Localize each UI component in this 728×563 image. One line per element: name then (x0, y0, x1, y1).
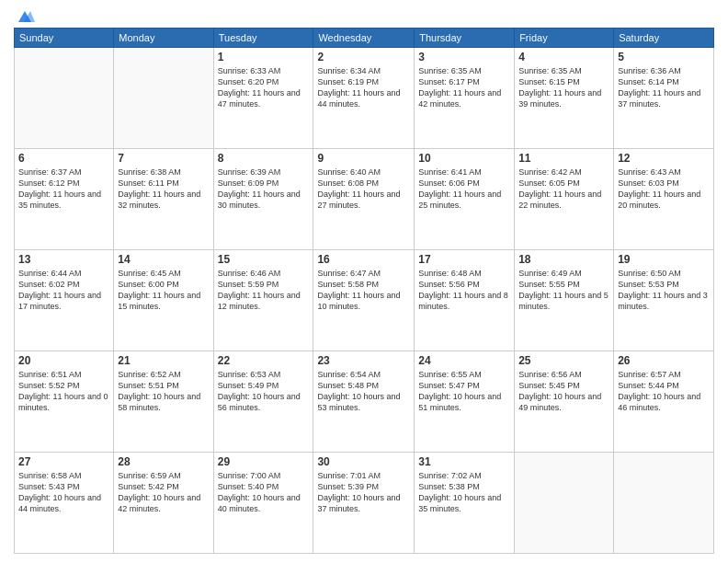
day-number: 22 (218, 354, 310, 367)
calendar-cell: 5Sunrise: 6:36 AM Sunset: 6:14 PM Daylig… (614, 48, 714, 149)
day-info: Sunrise: 6:43 AM Sunset: 6:03 PM Dayligh… (618, 167, 710, 212)
day-number: 8 (218, 152, 310, 165)
day-number: 29 (218, 455, 310, 468)
calendar-cell: 30Sunrise: 7:01 AM Sunset: 5:39 PM Dayli… (313, 453, 415, 554)
day-number: 4 (518, 51, 609, 63)
day-info: Sunrise: 6:40 AM Sunset: 6:08 PM Dayligh… (317, 167, 410, 212)
header-row: SundayMondayTuesdayWednesdayThursdayFrid… (15, 29, 714, 48)
calendar-cell: 11Sunrise: 6:42 AM Sunset: 6:05 PM Dayli… (515, 149, 614, 250)
calendar-cell: 18Sunrise: 6:49 AM Sunset: 5:55 PM Dayli… (515, 250, 614, 351)
day-info: Sunrise: 6:46 AM Sunset: 5:59 PM Dayligh… (218, 268, 310, 313)
calendar-cell: 21Sunrise: 6:52 AM Sunset: 5:51 PM Dayli… (114, 351, 213, 453)
day-number: 31 (418, 455, 510, 468)
logo (14, 9, 36, 22)
day-number: 28 (118, 455, 209, 468)
calendar-cell: 8Sunrise: 6:39 AM Sunset: 6:09 PM Daylig… (213, 149, 313, 250)
day-info: Sunrise: 6:42 AM Sunset: 6:05 PM Dayligh… (518, 167, 609, 212)
day-number: 5 (618, 51, 710, 63)
day-info: Sunrise: 6:48 AM Sunset: 5:56 PM Dayligh… (418, 268, 510, 313)
calendar-cell (114, 48, 213, 149)
day-number: 6 (18, 152, 109, 165)
day-info: Sunrise: 6:34 AM Sunset: 6:19 PM Dayligh… (317, 65, 410, 110)
calendar-cell: 22Sunrise: 6:53 AM Sunset: 5:49 PM Dayli… (213, 351, 313, 453)
day-info: Sunrise: 7:02 AM Sunset: 5:38 PM Dayligh… (418, 470, 510, 515)
day-number: 23 (317, 354, 410, 367)
calendar-cell: 15Sunrise: 6:46 AM Sunset: 5:59 PM Dayli… (213, 250, 313, 351)
day-info: Sunrise: 6:35 AM Sunset: 6:15 PM Dayligh… (518, 65, 609, 110)
day-number: 1 (218, 51, 310, 63)
calendar-cell: 19Sunrise: 6:50 AM Sunset: 5:53 PM Dayli… (614, 250, 714, 351)
calendar-cell: 31Sunrise: 7:02 AM Sunset: 5:38 PM Dayli… (415, 453, 515, 554)
day-header-thursday: Thursday (415, 29, 515, 48)
day-number: 10 (418, 152, 510, 165)
calendar-cell: 28Sunrise: 6:59 AM Sunset: 5:42 PM Dayli… (114, 453, 213, 554)
day-info: Sunrise: 6:52 AM Sunset: 5:51 PM Dayligh… (118, 369, 209, 414)
calendar-cell: 20Sunrise: 6:51 AM Sunset: 5:52 PM Dayli… (15, 351, 114, 453)
day-header-tuesday: Tuesday (213, 29, 313, 48)
calendar-table: SundayMondayTuesdayWednesdayThursdayFrid… (14, 28, 714, 554)
day-number: 18 (518, 253, 609, 266)
calendar-cell: 27Sunrise: 6:58 AM Sunset: 5:43 PM Dayli… (15, 453, 114, 554)
day-info: Sunrise: 6:54 AM Sunset: 5:48 PM Dayligh… (317, 369, 410, 414)
calendar-cell: 17Sunrise: 6:48 AM Sunset: 5:56 PM Dayli… (415, 250, 515, 351)
day-info: Sunrise: 7:00 AM Sunset: 5:40 PM Dayligh… (218, 470, 310, 515)
calendar-cell: 29Sunrise: 7:00 AM Sunset: 5:40 PM Dayli… (213, 453, 313, 554)
day-number: 24 (418, 354, 510, 367)
calendar-cell: 10Sunrise: 6:41 AM Sunset: 6:06 PM Dayli… (415, 149, 515, 250)
day-number: 7 (118, 152, 209, 165)
day-number: 15 (218, 253, 310, 266)
day-number: 13 (18, 253, 109, 266)
day-info: Sunrise: 6:47 AM Sunset: 5:58 PM Dayligh… (317, 268, 410, 313)
day-info: Sunrise: 6:41 AM Sunset: 6:06 PM Dayligh… (418, 167, 510, 212)
day-info: Sunrise: 6:45 AM Sunset: 6:00 PM Dayligh… (118, 268, 209, 313)
day-number: 9 (317, 152, 410, 165)
day-number: 14 (118, 253, 209, 266)
day-number: 17 (418, 253, 510, 266)
calendar-cell: 14Sunrise: 6:45 AM Sunset: 6:00 PM Dayli… (114, 250, 213, 351)
day-info: Sunrise: 7:01 AM Sunset: 5:39 PM Dayligh… (317, 470, 410, 515)
calendar-cell: 1Sunrise: 6:33 AM Sunset: 6:20 PM Daylig… (213, 48, 313, 149)
week-row-1: 6Sunrise: 6:37 AM Sunset: 6:12 PM Daylig… (15, 149, 714, 250)
day-info: Sunrise: 6:51 AM Sunset: 5:52 PM Dayligh… (18, 369, 109, 414)
day-number: 27 (18, 455, 109, 468)
day-info: Sunrise: 6:37 AM Sunset: 6:12 PM Dayligh… (18, 167, 109, 212)
calendar-cell: 25Sunrise: 6:56 AM Sunset: 5:45 PM Dayli… (515, 351, 614, 453)
calendar-cell: 7Sunrise: 6:38 AM Sunset: 6:11 PM Daylig… (114, 149, 213, 250)
day-number: 16 (317, 253, 410, 266)
calendar-cell: 16Sunrise: 6:47 AM Sunset: 5:58 PM Dayli… (313, 250, 415, 351)
week-row-4: 27Sunrise: 6:58 AM Sunset: 5:43 PM Dayli… (15, 453, 714, 554)
day-info: Sunrise: 6:53 AM Sunset: 5:49 PM Dayligh… (218, 369, 310, 414)
calendar-cell: 26Sunrise: 6:57 AM Sunset: 5:44 PM Dayli… (614, 351, 714, 453)
day-info: Sunrise: 6:38 AM Sunset: 6:11 PM Dayligh… (118, 167, 209, 212)
calendar-cell: 2Sunrise: 6:34 AM Sunset: 6:19 PM Daylig… (313, 48, 415, 149)
day-number: 20 (18, 354, 109, 367)
calendar-cell: 23Sunrise: 6:54 AM Sunset: 5:48 PM Dayli… (313, 351, 415, 453)
week-row-3: 20Sunrise: 6:51 AM Sunset: 5:52 PM Dayli… (15, 351, 714, 453)
day-number: 19 (618, 253, 710, 266)
day-info: Sunrise: 6:59 AM Sunset: 5:42 PM Dayligh… (118, 470, 209, 515)
day-header-wednesday: Wednesday (313, 29, 415, 48)
calendar-cell: 12Sunrise: 6:43 AM Sunset: 6:03 PM Dayli… (614, 149, 714, 250)
day-number: 26 (618, 354, 710, 367)
day-number: 30 (317, 455, 410, 468)
day-header-friday: Friday (515, 29, 614, 48)
day-info: Sunrise: 6:55 AM Sunset: 5:47 PM Dayligh… (418, 369, 510, 414)
day-header-monday: Monday (114, 29, 213, 48)
day-info: Sunrise: 6:35 AM Sunset: 6:17 PM Dayligh… (418, 65, 510, 110)
page: SundayMondayTuesdayWednesdayThursdayFrid… (0, 0, 728, 563)
calendar-cell: 6Sunrise: 6:37 AM Sunset: 6:12 PM Daylig… (15, 149, 114, 250)
day-number: 2 (317, 51, 410, 63)
calendar-cell (515, 453, 614, 554)
calendar-cell (15, 48, 114, 149)
day-number: 21 (118, 354, 209, 367)
calendar-cell: 9Sunrise: 6:40 AM Sunset: 6:08 PM Daylig… (313, 149, 415, 250)
day-info: Sunrise: 6:58 AM Sunset: 5:43 PM Dayligh… (18, 470, 109, 515)
day-number: 25 (518, 354, 609, 367)
calendar-cell (614, 453, 714, 554)
calendar-cell: 3Sunrise: 6:35 AM Sunset: 6:17 PM Daylig… (415, 48, 515, 149)
day-info: Sunrise: 6:36 AM Sunset: 6:14 PM Dayligh… (618, 65, 710, 110)
day-info: Sunrise: 6:44 AM Sunset: 6:02 PM Dayligh… (18, 268, 109, 313)
day-number: 12 (618, 152, 710, 165)
day-header-saturday: Saturday (614, 29, 714, 48)
day-info: Sunrise: 6:56 AM Sunset: 5:45 PM Dayligh… (518, 369, 609, 414)
